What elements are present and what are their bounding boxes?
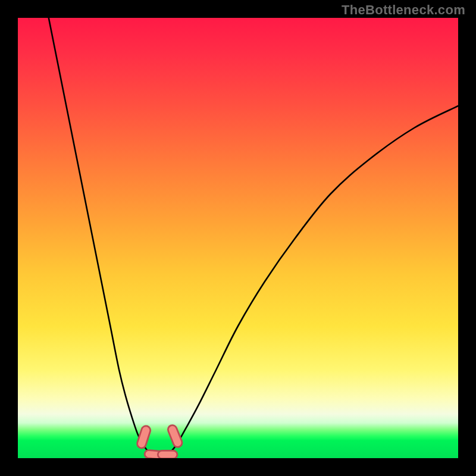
svg-rect-1: [158, 450, 177, 458]
chart-svg: [18, 18, 458, 458]
curve-layer: [49, 18, 458, 453]
watermark-text: TheBottleneck.com: [342, 2, 465, 18]
right-curve: [170, 106, 458, 453]
floor-pill-right: [158, 450, 177, 458]
svg-rect-2: [136, 425, 152, 449]
chart-stage: TheBottleneck.com: [0, 0, 476, 476]
plot-area: [18, 18, 458, 458]
marker-layer: [136, 424, 184, 458]
left-curve: [49, 18, 150, 453]
curve-pill-left: [136, 425, 152, 449]
